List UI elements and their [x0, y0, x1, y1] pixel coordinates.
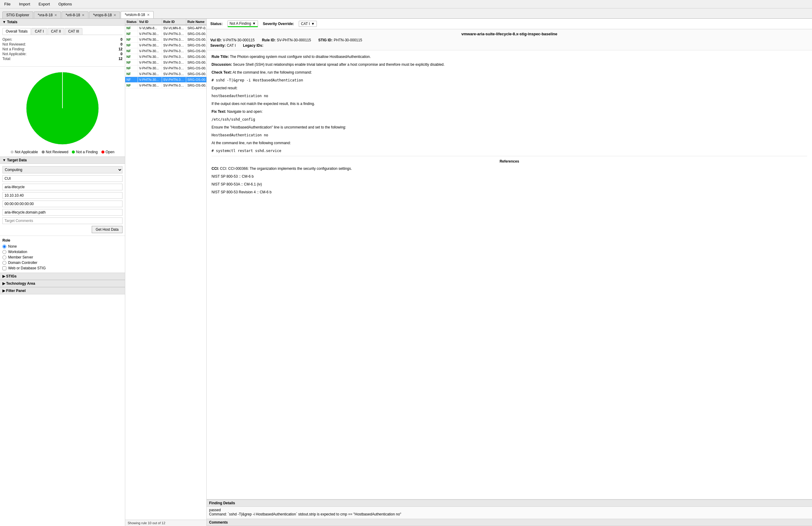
role-workstation-label: Workstation: [8, 250, 27, 254]
cat-tab-3[interactable]: CAT III: [65, 28, 82, 35]
totals-section-header[interactable]: ▼ Totals: [0, 19, 125, 26]
target-comments-field[interactable]: [2, 217, 122, 224]
cat-tab-overall[interactable]: Overall Totals: [2, 28, 31, 35]
tech-area-section: ▶ Technology Area: [0, 280, 125, 287]
target-data-section: ▼ Target Data Computing Get Host Data: [0, 157, 125, 236]
row7-status: NF: [125, 65, 138, 71]
table-row[interactable]: NF V-PHTN-30... SV-PHTN-30... SRG-OS-000…: [125, 37, 206, 43]
severity-info-value: CAT I: [227, 43, 236, 48]
row10-rulename: SRG-OS-00047...: [186, 83, 206, 88]
table-row[interactable]: NF V-PHTN-30... SV-PHTN-30... SRG-OS-000…: [125, 31, 206, 37]
table-row[interactable]: NF V-PHTN-30... SV-PHTN-30... SRG-OS-000…: [125, 65, 206, 71]
cat-tabs: Overall Totals CAT I CAT II CAT III: [2, 28, 122, 35]
tech-area-header[interactable]: ▶ Technology Area: [0, 280, 125, 287]
rule-title-main: vmware-aria-suite-lifecycle-8.x-stig-ins…: [210, 32, 808, 36]
table-header: Status Vul ID Rule ID Rule Name: [125, 19, 206, 25]
row10-status: NF: [125, 83, 138, 88]
table-row[interactable]: NF V-PHTN-30... SV-PHTN-30... SRG-OS-000…: [125, 83, 206, 88]
computing-dropdown[interactable]: Computing: [2, 166, 122, 173]
legend-dot-naf: [72, 150, 75, 154]
cui-field[interactable]: [2, 175, 122, 182]
cat-tab-1[interactable]: CAT I: [31, 28, 47, 35]
row0-vulid: V-VLMN-8...: [138, 25, 162, 31]
main-layout: ▼ Totals Overall Totals CAT I CAT II CAT…: [0, 19, 812, 526]
get-host-data-button[interactable]: Get Host Data: [92, 226, 122, 233]
ip-field[interactable]: [2, 192, 122, 199]
nist2: NIST SP 800-53A :: CM-6.1 (iv): [212, 181, 807, 187]
role-workstation-radio[interactable]: [2, 250, 6, 254]
table-row[interactable]: NF V-PHTN-30... SV-PHTN-30... SRG-OS-000…: [125, 54, 206, 60]
legend-not-reviewed: Not Reviewed: [42, 150, 69, 154]
row0-ruleid: SV-VLMN-8X-...: [162, 25, 186, 31]
tab-vra[interactable]: *vra-8-18✕: [34, 12, 61, 18]
total-label: Total:: [2, 57, 62, 61]
menu-export[interactable]: Export: [37, 1, 52, 7]
row4-rulename: SRG-OS-00027...: [186, 48, 206, 54]
severity-info-label: Severity:: [210, 43, 226, 48]
finding-details-content[interactable]: passed Command: `sshd -T|&grep -i Hostba…: [207, 507, 812, 519]
rule-content: Rule Title: The Photon operating system …: [207, 50, 812, 499]
table-row[interactable]: NF V-VLMN-8... SV-VLMN-8X-... SRG-APP-00…: [125, 25, 206, 31]
row8-status: NF: [125, 71, 138, 77]
mac-field[interactable]: [2, 201, 122, 207]
role-none-radio[interactable]: [2, 245, 6, 249]
right-panel: Status: Not A Finding ▼ Severity Overrid…: [207, 19, 812, 526]
row9-ruleid: SV-PHTN-30...: [162, 77, 186, 82]
status-value: Not A Finding: [230, 21, 251, 26]
menu-import[interactable]: Import: [17, 1, 32, 7]
target-data-header[interactable]: ▼ Target Data: [0, 157, 125, 164]
stigs-header[interactable]: ▶ STIGs: [0, 273, 125, 280]
total-value: 12: [63, 57, 122, 61]
finding-passed: passed: [209, 508, 810, 512]
menu-options[interactable]: Options: [56, 1, 74, 7]
row3-rulename: SRG-OS-00007...: [186, 43, 206, 48]
tab-bar: STIG Explorer *vra-8-18✕ *vrli-8-18✕ *vr…: [0, 9, 812, 19]
not-applicable-label: Not Applicable:: [2, 52, 62, 56]
status-dropdown[interactable]: Not A Finding ▼: [228, 20, 258, 27]
table-row-selected[interactable]: NF V-PHTN-30... SV-PHTN-30... SRG-OS-000…: [125, 77, 206, 83]
tab-vrops-close[interactable]: ✕: [114, 13, 116, 17]
legend-label-naf: Not a Finding: [76, 150, 98, 154]
naf-value: 12: [63, 47, 122, 51]
role-domain-controller-radio[interactable]: [2, 261, 6, 265]
domain-path-field[interactable]: [2, 209, 122, 216]
table-row[interactable]: NF V-PHTN-30... SV-PHTN-30... SRG-OS-000…: [125, 43, 206, 48]
cat-tab-2[interactable]: CAT II: [48, 28, 64, 35]
row3-vulid: V-PHTN-30...: [138, 43, 162, 48]
tab-vrli[interactable]: *vrli-8-18✕: [61, 12, 88, 18]
nist1: NIST SP 800-53 :: CM-6 b: [212, 174, 807, 179]
tab-vra-close[interactable]: ✕: [54, 13, 57, 17]
legend-dot-open: [101, 150, 104, 154]
tab-stig-explorer[interactable]: STIG Explorer: [2, 12, 33, 18]
rule-id-label: Rule ID:: [262, 38, 275, 42]
middle-panel: Status Vul ID Rule ID Rule Name NF V-VLM…: [125, 19, 207, 526]
tab-vrli-close[interactable]: ✕: [82, 13, 85, 17]
row2-rulename: SRG-OS-00007...: [186, 37, 206, 42]
row1-rulename: SRG-OS-00003...: [186, 31, 206, 36]
filter-panel-header[interactable]: ▶ Filter Panel: [0, 288, 125, 294]
web-db-stig-checkbox[interactable]: [2, 266, 6, 270]
aria-lifecycle-field[interactable]: [2, 184, 122, 190]
role-member-server-radio[interactable]: [2, 255, 6, 259]
severity-chevron-icon: ▼: [311, 22, 315, 26]
rule-ids: Vul ID: V-PHTN-30-000115 Rule ID: SV-PHT…: [210, 38, 808, 42]
severity-dropdown[interactable]: CAT I ▼: [299, 21, 317, 27]
check-command: # sshd -T|&grep -i HostbasedAuthenticati…: [212, 77, 807, 83]
menu-file[interactable]: File: [2, 1, 12, 7]
legend-open: Open: [101, 150, 114, 154]
table-row[interactable]: NF V-PHTN-30... SV-PHTN-30... SRG-OS-000…: [125, 48, 206, 54]
table-row[interactable]: NF V-PHTN-30... SV-PHTN-30... SRG-OS-000…: [125, 60, 206, 65]
finding-command: Command: `sshd -T|&grep -i HostbasedAuth…: [209, 512, 810, 516]
tab-vrslcm[interactable]: *vrslcm-8-18✕: [121, 11, 153, 18]
vul-id-item: Vul ID: V-PHTN-30-000115: [210, 38, 255, 42]
chart-legend: Not Applicable Not Reviewed Not a Findin…: [11, 150, 114, 154]
tab-vrslcm-close[interactable]: ✕: [147, 13, 150, 17]
expected-result-value: hostbasedauthentication no: [212, 93, 807, 99]
table-row[interactable]: NF V-PHTN-30... SV-PHTN-30... SRG-OS-000…: [125, 71, 206, 77]
legend-dot-na: [11, 150, 14, 154]
row8-vulid: V-PHTN-30...: [138, 71, 162, 77]
tab-vrops[interactable]: *vrops-8-18✕: [89, 12, 120, 18]
naf-label: Not a Finding:: [2, 47, 62, 51]
severity-label: Severity Override:: [263, 22, 294, 26]
row5-ruleid: SV-PHTN-30...: [162, 54, 186, 59]
